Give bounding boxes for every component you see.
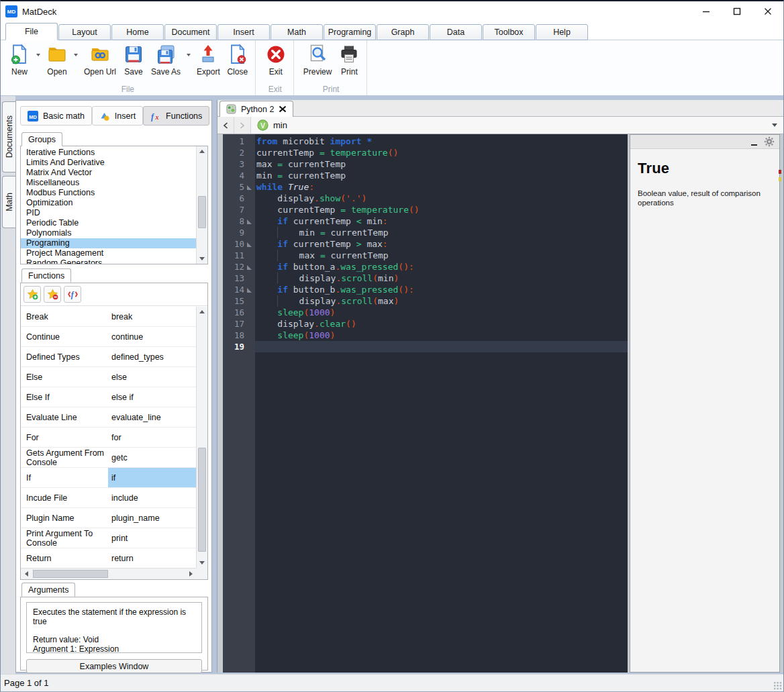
export-button[interactable]: Export	[193, 42, 224, 78]
function-row-defined-types[interactable]: Defined Typesdefined_types	[21, 347, 196, 367]
function-row-else[interactable]: Elseelse	[21, 367, 196, 387]
group-item-pid[interactable]: PID	[21, 208, 196, 218]
star-add-button[interactable]	[23, 286, 41, 303]
ribbon-tab-graph[interactable]: Graph	[377, 24, 429, 40]
group-item-random-generators[interactable]: Random Generators	[21, 258, 196, 264]
functions-button[interactable]: fxFunctions	[143, 106, 209, 126]
code-line-9[interactable]: 9 min = currentTemp	[223, 227, 628, 238]
ribbon-tab-help[interactable]: Help	[536, 24, 588, 40]
group-item-programing[interactable]: Programing	[21, 238, 196, 248]
combobox-arrow-icon[interactable]	[772, 123, 777, 127]
close-button[interactable]: Close	[224, 42, 252, 78]
code-line-7[interactable]: 7 currentTemp = temperature()	[223, 204, 628, 215]
dock-tab-math[interactable]: Math	[2, 176, 15, 228]
code-editor[interactable]: 1from microbit import *2currentTemp = te…	[223, 134, 628, 673]
ribbon-tab-file[interactable]: File	[5, 23, 58, 40]
function-row-continue[interactable]: Continuecontinue	[21, 327, 196, 347]
fold-marker-icon[interactable]	[247, 288, 252, 293]
ribbon-tab-insert[interactable]: Insert	[217, 24, 270, 40]
ribbon-tab-layout[interactable]: Layout	[58, 24, 111, 40]
star-remove-button[interactable]	[44, 286, 61, 303]
exit-button[interactable]: Exit	[262, 42, 290, 78]
save-button[interactable]: Save	[119, 42, 148, 78]
code-line-12[interactable]: 12 if button_a.was_pressed():	[223, 261, 628, 273]
fold-marker-icon[interactable]	[247, 185, 252, 190]
ribbon-tab-programing[interactable]: Programing	[324, 24, 376, 40]
scroll-down-icon[interactable]	[197, 558, 207, 568]
fold-marker-icon[interactable]	[247, 219, 252, 224]
functions-scrollbar[interactable]	[196, 307, 207, 568]
code-line-8[interactable]: 8 if currentTemp < min:	[223, 215, 628, 227]
tab-close-icon[interactable]	[279, 105, 287, 113]
ribbon-tab-toolbox[interactable]: Toolbox	[483, 24, 535, 40]
save-as-dropdown-arrow-icon[interactable]	[184, 42, 193, 68]
print-button[interactable]: Print	[335, 42, 363, 78]
function-row-print-argument-to-console[interactable]: Print Argument To Consoleprint	[21, 528, 196, 548]
ribbon-tab-document[interactable]: Document	[164, 24, 217, 40]
ribbon-tab-data[interactable]: Data	[430, 24, 482, 40]
function-row-if[interactable]: Ifif	[21, 468, 196, 488]
close-button[interactable]	[752, 1, 783, 21]
group-item-periodic-table[interactable]: Periodic Table	[21, 218, 196, 228]
code-line-4[interactable]: 4min = currentTemp	[223, 170, 628, 181]
open-button[interactable]: Open	[43, 42, 71, 78]
group-item-limits-and-derivative[interactable]: Limits And Derivative	[21, 158, 196, 168]
preview-button[interactable]: Preview	[300, 42, 336, 78]
new-dropdown-arrow-icon[interactable]	[34, 42, 43, 68]
code-line-13[interactable]: 13 display.scroll(min)	[223, 273, 628, 284]
group-item-polynomials[interactable]: Polynomials	[21, 228, 196, 238]
function-row-gets-argument-from-console[interactable]: Gets Argument From Consolegetc	[21, 448, 196, 468]
code-line-18[interactable]: 18 sleep(1000)	[223, 330, 628, 341]
nav-forward-button[interactable]	[234, 117, 251, 134]
group-item-miscellaneous[interactable]: Miscellaneous	[21, 178, 196, 188]
insert-button[interactable]: Insert	[92, 106, 143, 126]
scroll-up-icon[interactable]	[197, 146, 207, 156]
fold-marker-icon[interactable]	[247, 242, 252, 247]
code-line-10[interactable]: 10 if currentTemp > max:	[223, 238, 628, 250]
code-line-19[interactable]: 19	[223, 341, 628, 352]
code-line-14[interactable]: 14 if button_b.was_pressed():	[223, 284, 628, 295]
maximize-button[interactable]	[722, 1, 752, 21]
tab-groups[interactable]: Groups	[21, 132, 62, 146]
fold-marker-icon[interactable]	[247, 265, 252, 270]
group-item-optimization[interactable]: Optimization	[21, 198, 196, 208]
function-row-incude-file[interactable]: Incude Fileinclude	[21, 488, 196, 508]
basic-math-button[interactable]: MDBasic math	[20, 106, 92, 126]
scroll-thumb[interactable]	[33, 570, 108, 578]
function-row-evaluate-line[interactable]: Evaluate Lineevaluate_line	[21, 407, 196, 428]
symbol-combobox[interactable]: V min	[251, 117, 783, 134]
function-row-break[interactable]: Breakbreak	[21, 307, 196, 327]
nav-back-button[interactable]	[217, 117, 234, 134]
resize-grip[interactable]	[773, 681, 782, 690]
scroll-down-icon[interactable]	[197, 254, 207, 264]
tab-arguments[interactable]: Arguments	[21, 583, 75, 597]
scroll-up-icon[interactable]	[197, 307, 207, 317]
open-dropdown-arrow-icon[interactable]	[71, 42, 81, 68]
code-line-6[interactable]: 6 display.show('.')	[223, 193, 628, 204]
scroll-right-icon[interactable]	[185, 569, 196, 579]
code-line-17[interactable]: 17 display.clear()	[223, 318, 628, 330]
scroll-thumb[interactable]	[198, 448, 206, 552]
code-line-2[interactable]: 2currentTemp = temperature()	[223, 147, 628, 158]
ribbon-tab-math[interactable]: Math	[271, 24, 323, 40]
scroll-left-icon[interactable]	[21, 569, 32, 579]
tab-functions[interactable]: Functions	[21, 268, 71, 283]
save-as-button[interactable]: Save As	[148, 42, 184, 78]
code-line-1[interactable]: 1from microbit import *	[223, 136, 628, 147]
open-url-button[interactable]: Open Url	[81, 42, 119, 78]
function-row-for[interactable]: Forfor	[21, 428, 196, 448]
minimize-button[interactable]	[691, 1, 722, 21]
panel-minimize-icon[interactable]	[751, 144, 757, 146]
document-tab-python2[interactable]: Python 2	[219, 101, 293, 117]
code-line-15[interactable]: 15 display.scroll(max)	[223, 295, 628, 307]
scroll-thumb[interactable]	[198, 196, 206, 228]
group-item-matrix-and-vector[interactable]: Matrix And Vector	[21, 168, 196, 178]
function-row-plugin-name[interactable]: Plugin Nameplugin_name	[21, 508, 196, 528]
gear-icon[interactable]	[764, 136, 775, 147]
code-line-11[interactable]: 11 max = currentTemp	[223, 250, 628, 261]
code-line-16[interactable]: 16 sleep(1000)	[223, 307, 628, 318]
examples-window-button[interactable]: Examples Window	[26, 659, 202, 673]
functions-hscrollbar[interactable]	[21, 568, 196, 579]
new-button[interactable]: New	[5, 42, 34, 78]
dock-tab-documents[interactable]: Documents	[2, 101, 15, 172]
